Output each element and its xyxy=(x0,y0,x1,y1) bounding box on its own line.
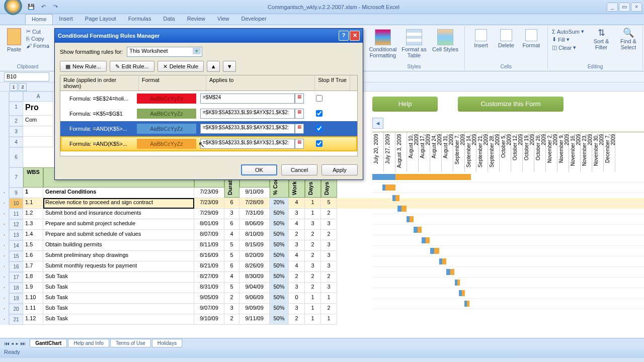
move-up-button[interactable]: ▲ xyxy=(207,61,220,72)
tab-home[interactable]: Home xyxy=(25,14,53,25)
rule-row[interactable]: Formula: =AND(K$5>... AaBbCcYyZz =$K$9:$… xyxy=(60,136,357,151)
gantt-row xyxy=(372,214,644,225)
rule-row[interactable]: Formula: =AND(K$5>... AaBbCcYyZz =$K$9:$… xyxy=(60,121,357,136)
dialog-close-button[interactable]: ✕ xyxy=(350,31,360,41)
fill-button[interactable]: ⬇Fill ▾ xyxy=(552,36,584,43)
brush-icon: 🖌 xyxy=(26,43,32,49)
scroll-left-button[interactable]: ◄ xyxy=(372,118,383,129)
cancel-button[interactable]: Cancel xyxy=(281,164,317,175)
task-row[interactable]: ·21 1.12 Sub Task 9/10/09 2 9/11/09 50% … xyxy=(0,314,644,325)
date-column: October 5, 2009 xyxy=(500,132,511,172)
date-column: September 7, 2009 xyxy=(453,132,465,172)
delete-button[interactable]: Delete xyxy=(495,29,517,48)
name-box[interactable]: B10 xyxy=(4,72,49,81)
delete-icon: ✕ xyxy=(163,63,168,70)
cell-a1[interactable]: Pro xyxy=(23,102,53,116)
format-as-table-button[interactable]: Format as Table xyxy=(400,29,428,58)
title-bar: 💾 ↶ ↷ Commgantsch_wkly.v.2.2-2007.xlsm -… xyxy=(0,0,644,14)
tab-data[interactable]: Data xyxy=(157,14,181,25)
stop-if-true-checkbox[interactable] xyxy=(316,140,323,147)
sheet-tab-help[interactable]: Help and Info xyxy=(68,339,109,347)
gantt-row xyxy=(372,299,644,309)
date-column: October 26, 2009 xyxy=(534,132,546,172)
rule-row[interactable]: Formula: =K$5=$G$1 AaBbCcYyZz =$K$9:$SA$… xyxy=(60,106,357,121)
tab-review[interactable]: Review xyxy=(181,14,211,25)
date-column: October 19, 2009 xyxy=(523,132,534,172)
help-button[interactable]: Help xyxy=(372,97,438,112)
paste-button[interactable]: Paste xyxy=(4,27,24,55)
redo-icon[interactable]: ↷ xyxy=(50,2,60,12)
format-painter-button[interactable]: 🖌Forma xyxy=(26,43,49,49)
gantt-row xyxy=(372,288,644,299)
tab-formulas[interactable]: Formulas xyxy=(122,14,157,25)
date-column: July 27, 2009 xyxy=(384,132,395,172)
ok-button[interactable]: OK xyxy=(241,164,277,175)
gantt-bar xyxy=(410,216,414,222)
stop-if-true-checkbox[interactable] xyxy=(316,110,323,117)
cut-button[interactable]: ✂Cut xyxy=(26,28,49,35)
col-header-a[interactable]: A xyxy=(23,92,53,102)
rule-row[interactable]: Formula: =$E$24=holi... AaBbCcYyZz =$M$2… xyxy=(60,91,357,106)
minimize-button[interactable]: _ xyxy=(607,3,618,12)
move-down-button[interactable]: ▼ xyxy=(223,61,236,72)
apply-button[interactable]: Apply xyxy=(321,164,358,175)
gantt-bar xyxy=(414,227,418,233)
office-button[interactable] xyxy=(4,0,22,15)
tab-insert[interactable]: Insert xyxy=(53,14,79,25)
scope-select[interactable]: This Worksheet xyxy=(127,47,202,57)
date-column: August 24, 2009 xyxy=(430,132,442,172)
date-column: September 28, 2009 xyxy=(488,132,500,172)
find-select-button[interactable]: 🔍Find & Select xyxy=(617,27,639,52)
gantt-row xyxy=(372,204,644,214)
insert-button[interactable]: Insert xyxy=(470,29,492,48)
gantt-row xyxy=(372,172,644,183)
stop-if-true-checkbox[interactable] xyxy=(316,125,323,132)
gantt-bar xyxy=(385,185,395,191)
cell-a2[interactable]: Com xyxy=(23,116,53,126)
cell-styles-button[interactable]: Cell Styles xyxy=(431,29,459,52)
gantt-bar xyxy=(430,248,434,254)
gantt-row xyxy=(372,183,644,193)
range-selector-icon[interactable]: ▦ xyxy=(295,139,304,149)
outline-level-2[interactable]: 2 xyxy=(19,83,27,91)
sigma-icon: Σ xyxy=(552,29,555,35)
rules-list[interactable]: Formula: =$E$24=holi... AaBbCcYyZz =$M$2… xyxy=(60,91,358,156)
sort-filter-button[interactable]: ⇅Sort & Filter xyxy=(590,27,612,52)
gantt-bar xyxy=(395,195,399,201)
outline-level-1[interactable]: 1 xyxy=(10,83,18,91)
clear-button[interactable]: ◫Clear ▾ xyxy=(552,44,584,51)
range-selector-icon[interactable]: ▦ xyxy=(295,94,304,104)
sheet-tab-holidays[interactable]: Holidays xyxy=(152,339,182,347)
gantt-bar xyxy=(434,248,439,254)
tab-nav-icons[interactable]: ⏮ ◀ ▶ ⏭ xyxy=(4,340,26,346)
tab-developer[interactable]: Developer xyxy=(235,14,272,25)
sheet-tab-terms[interactable]: Terms of Use xyxy=(110,339,151,347)
date-column: November 23, 2009 xyxy=(581,132,592,172)
gantt-row xyxy=(372,246,644,256)
copy-button[interactable]: ⎘Copy xyxy=(26,36,49,42)
sheet-tab-ganttchart[interactable]: GanttChart xyxy=(30,339,67,347)
undo-icon[interactable]: ↶ xyxy=(38,2,48,12)
range-selector-icon[interactable]: ▦ xyxy=(295,109,304,119)
edit-rule-button[interactable]: ✎Edit Rule... xyxy=(110,61,154,72)
new-rule-button[interactable]: ▦New Rule... xyxy=(60,61,107,72)
autosum-button[interactable]: ΣAutoSum ▾ xyxy=(552,28,584,35)
tab-view[interactable]: View xyxy=(211,14,235,25)
delete-rule-button[interactable]: ✕Delete Rule xyxy=(157,61,204,72)
range-selector-icon[interactable]: ▦ xyxy=(295,124,304,134)
gantt-bar xyxy=(467,301,469,307)
date-column: November 16, 2009 xyxy=(569,132,581,172)
restore-button[interactable]: ▭ xyxy=(619,3,630,12)
dialog-help-button[interactable]: ? xyxy=(339,31,349,41)
customize-form-button[interactable]: Customize this Form xyxy=(458,97,564,112)
save-icon[interactable]: 💾 xyxy=(26,2,36,12)
dialog-title-bar[interactable]: Conditional Formatting Rules Manager ? ✕ xyxy=(55,29,363,43)
format-button[interactable]: Format xyxy=(520,29,542,48)
date-column: November 2, 2009 xyxy=(546,132,557,172)
stop-if-true-checkbox[interactable] xyxy=(316,95,323,102)
close-button[interactable]: × xyxy=(631,3,642,12)
conditional-formatting-button[interactable]: Conditional Formatting xyxy=(369,29,397,58)
tab-page-layout[interactable]: Page Layout xyxy=(79,14,122,25)
header-wbs: WBS xyxy=(23,167,43,188)
editing-group-label: Editing xyxy=(548,64,642,69)
